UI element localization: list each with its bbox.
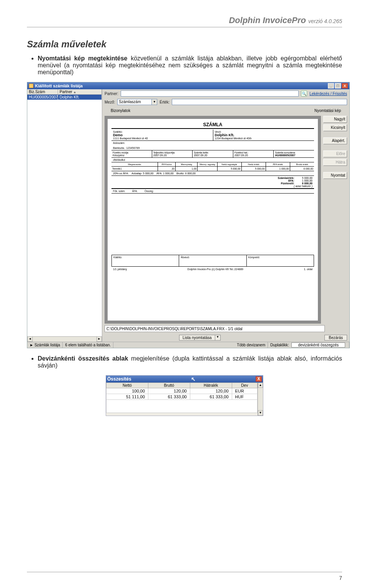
zoom-out-button[interactable]: Kicsinyít	[323, 124, 347, 131]
bullet-item-2: Devizánkénti összesítés ablak megjelenít…	[38, 355, 342, 369]
tot2-val: 1 000,00	[302, 179, 312, 182]
ir-brutto: 6 000,00	[290, 167, 314, 171]
ir-name: Termék1	[111, 167, 158, 171]
buyer-address: 1234 Budapest Mexikói út 40/b	[215, 137, 313, 140]
ih-brutto: Bruttó érték	[290, 162, 314, 166]
window-title: Kiállított számlák listája	[35, 84, 83, 88]
meta3-label: Számla kelte:	[194, 151, 232, 154]
tot1-val: 5 000,00	[302, 177, 312, 179]
page-header: Dolphin InvoicePro verzió 4.0.265	[27, 15, 342, 25]
sum-afa-label: 20%-os ÁFA:	[113, 172, 129, 175]
pg-page: 1. oldal	[304, 268, 312, 271]
app-version: verzió 4.0.265	[308, 18, 342, 24]
section-title: Számla műveletek	[27, 39, 342, 50]
col-header-bizszam[interactable]: Biz.Szám	[27, 89, 58, 94]
ir-afav: 1 000,00	[266, 167, 290, 171]
partner-filter-input[interactable]	[121, 90, 299, 97]
sign-accountant: Könyvelő:	[247, 255, 314, 266]
app-icon	[29, 84, 33, 88]
print-button[interactable]: Nyomtat	[323, 172, 347, 179]
ir-netto: 5 000,00	[218, 167, 242, 171]
buyer-label: Vevő:	[215, 130, 313, 133]
search-icon[interactable]: 🔍	[301, 90, 307, 97]
summary-table[interactable]: Nettó Bruttó Hátralék Dev 100,00 120,00 …	[106, 383, 258, 413]
sign-issuer: Kiállító:	[112, 255, 179, 266]
ih-afav: ÁFA érték	[266, 162, 290, 166]
invoice-description: dfsfdksfkd	[111, 158, 314, 162]
print-preview-area[interactable]: SZÁMLA Szállító: Demo 1111 Budapest Mexi…	[105, 116, 321, 324]
tot2-label: ÁFA:	[288, 179, 294, 182]
report-path-bar: C:\DOLPHIN\DOLPHIN-INVOICEPROSQL\REPORTS…	[105, 325, 325, 332]
meta4-val: 2007.09.20	[234, 154, 273, 157]
screenshot-summary: Összesítés ↖ X Nettó Bruttó Hátralék Dev…	[106, 375, 263, 416]
tot3-label: Fizetendő:	[281, 182, 294, 185]
buyer-name: Dolphin Kft.	[215, 133, 313, 137]
ertek-label: Érték:	[160, 100, 170, 104]
refresh-link[interactable]: Lekérdezés / Frissítés	[309, 92, 347, 96]
cell-partner: Dolphin Kft.	[58, 95, 102, 100]
forward-button[interactable]: Előre	[323, 150, 347, 157]
ertek-input[interactable]	[172, 99, 347, 105]
ih-name: Megnevezés	[111, 162, 158, 166]
footer-f1: Fők. szám:	[113, 190, 125, 192]
meta2-label: Teljesítés időpontja:	[153, 151, 191, 154]
invoice-title: SZÁMLA	[111, 122, 314, 129]
taxno-label: Adószám:	[113, 142, 312, 144]
default-zoom-button[interactable]: Alapért.	[323, 137, 347, 144]
tab-nyomtatasi-kep[interactable]: Nyomtatási kép	[309, 108, 346, 114]
maximize-button[interactable]: □	[335, 83, 341, 89]
meta2-val: 2007.09.20	[153, 154, 191, 157]
seller-address: 1111 Budapest Mexikói út 40	[113, 137, 211, 140]
summary-close-button[interactable]: X	[256, 376, 262, 382]
summary-titlebar[interactable]: Összesítés ↖ X	[106, 376, 263, 383]
cell-bizszam: HU/000005/2007	[27, 95, 58, 100]
status-bar[interactable]: ► Számlák listája 6 elem található a lis…	[27, 342, 349, 348]
pg-generator: Dolphin Invoice-Pro (c) Dolphin Kft Tel.…	[188, 268, 243, 271]
hscroll-track[interactable]	[33, 336, 96, 342]
partner-filter-label: Partner:	[105, 92, 118, 96]
summary-row[interactable]: 100,00 120,00 120,00 EUR	[106, 388, 258, 394]
invoice-row-selected[interactable]: HU/000005/2007 Dolphin Kft.	[27, 95, 102, 100]
chevron-down-icon[interactable]: ▼	[215, 335, 221, 341]
hscroll-left-button[interactable]: ◄	[27, 336, 33, 342]
col-header-partner[interactable]: Partner ▲	[58, 89, 102, 94]
close-dialog-button[interactable]: Bezárás	[324, 335, 347, 341]
summary-row[interactable]: 51 111,00 61 333,00 61 333,00 HUF	[106, 394, 258, 400]
status-left: ► Számlák listája	[27, 342, 63, 348]
seller-label: Szállító:	[113, 130, 211, 133]
meta5-val: HU/000005/2007	[275, 154, 313, 157]
col-hatralek[interactable]: Hátralék	[190, 383, 232, 388]
page-number: 7	[339, 575, 342, 581]
print-list-button[interactable]: Lista nyomtatása ▼	[179, 335, 221, 341]
ih-unit: Menny. egység	[198, 162, 217, 166]
footer-f3: Összeg:	[145, 190, 154, 192]
window-titlebar[interactable]: Kiállított számlák listája _ □ X	[27, 82, 349, 89]
footer-f2: ÁFA:	[132, 190, 138, 192]
mezo-dropdown[interactable]: Számlaszám ▼	[117, 99, 157, 105]
mezo-value: Számlaszám	[117, 99, 152, 105]
bank-label: Bankszla.: 123456789	[113, 147, 312, 149]
pg-copy: 1/1 példány	[113, 268, 127, 271]
hscroll-right-button[interactable]: ►	[96, 336, 102, 342]
status-currency: Több devizanem	[234, 342, 268, 348]
invoice-grid[interactable]: Biz.Szám Partner ▲ HU/000005/2007 Dolphi…	[27, 89, 102, 342]
ih-netto: Nettó egységár	[218, 162, 242, 166]
zoom-in-button[interactable]: Nagyít	[323, 116, 347, 123]
meta5-label: Számla sorszáma:	[275, 151, 313, 154]
close-button[interactable]: X	[342, 83, 348, 89]
summary-vscroll[interactable]: ▲ ▼	[258, 383, 263, 416]
cursor-icon: ↖	[191, 376, 196, 382]
minimize-button[interactable]: _	[328, 83, 334, 89]
col-brutto[interactable]: Bruttó	[148, 383, 190, 388]
meta1-val: Készpénz	[113, 154, 151, 157]
back-button[interactable]: Hátra	[323, 159, 347, 166]
status-count: 6 elem található a listában.	[63, 342, 113, 348]
col-dev[interactable]: Dev	[232, 383, 257, 388]
col-netto[interactable]: Nettó	[106, 383, 148, 388]
bullet-item-1: Nyomtatási kép megtekintése közvetlenül …	[38, 55, 342, 76]
mezo-label: Mező:	[105, 100, 115, 104]
sign-receiver: Átvevő:	[179, 255, 246, 266]
ir-unit	[198, 167, 217, 171]
tot1-label: Számlaérték:	[278, 177, 294, 179]
tab-bizonylatok[interactable]: Bizonylatok	[105, 108, 136, 114]
